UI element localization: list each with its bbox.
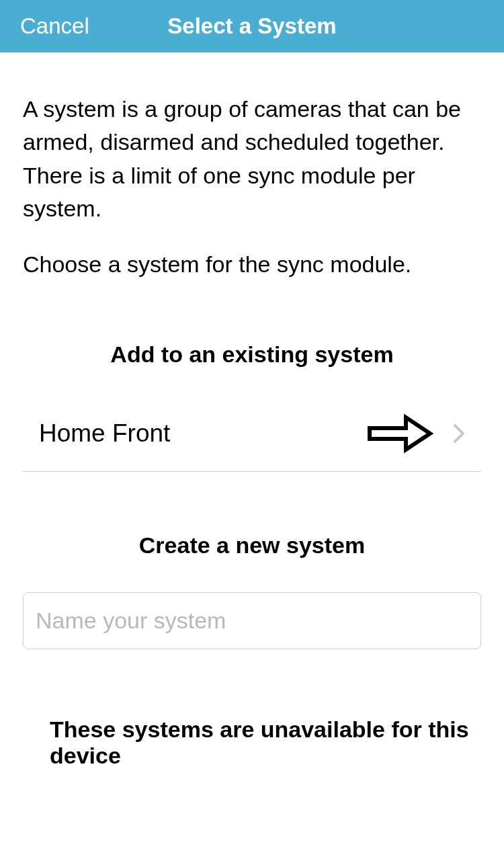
create-system-input-wrapper: [23, 592, 481, 649]
chevron-right-icon: [453, 423, 465, 444]
description-text: A system is a group of cameras that can …: [23, 93, 481, 281]
page-title: Select a System: [167, 13, 336, 39]
description-paragraph-2: Choose a system for the sync module.: [23, 248, 481, 281]
description-paragraph-1: A system is a group of cameras that can …: [23, 93, 481, 225]
system-name-label: Home Front: [39, 419, 367, 448]
arrow-right-icon: [367, 413, 434, 454]
unavailable-systems-heading: These systems are unavailable for this d…: [23, 716, 481, 769]
content-area: A system is a group of cameras that can …: [0, 52, 504, 769]
existing-system-row[interactable]: Home Front: [23, 401, 481, 472]
create-system-heading: Create a new system: [23, 532, 481, 559]
system-name-input[interactable]: [23, 592, 481, 649]
cancel-button[interactable]: Cancel: [0, 13, 89, 39]
header-bar: Cancel Select a System: [0, 0, 504, 52]
existing-system-heading: Add to an existing system: [23, 341, 481, 368]
